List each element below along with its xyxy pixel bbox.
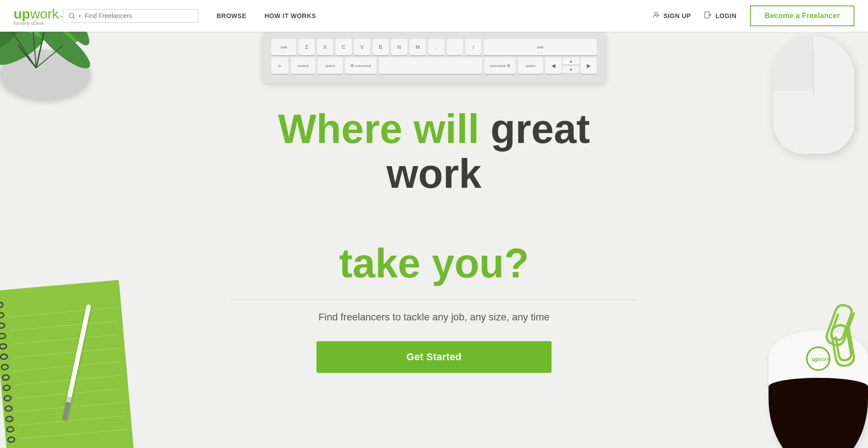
hero-title-green2: take you? [339, 241, 529, 286]
signup-icon [652, 11, 660, 20]
hero-title: Where will great work take you? [231, 107, 637, 286]
login-icon [704, 11, 712, 20]
logo-up: up [14, 6, 30, 22]
logo-formerly: formerly oDesk [14, 21, 44, 26]
search-dropdown-icon[interactable]: ▾ [79, 14, 81, 19]
notepad-decoration [0, 253, 158, 448]
signup-label: SIGN UP [663, 12, 691, 19]
signup-button[interactable]: SIGN UP [652, 11, 691, 20]
search-input[interactable] [85, 12, 193, 19]
hero-divider [231, 300, 637, 300]
hero-content: Where will great work take you? Find fre… [231, 107, 637, 373]
navbar: upwork™ formerly oDesk ▾ BROWSE HOW IT W… [0, 0, 868, 32]
logo[interactable]: upwork™ formerly oDesk [14, 6, 63, 26]
search-icon [69, 13, 75, 19]
nav-browse[interactable]: BROWSE [217, 12, 246, 19]
nav-links: BROWSE HOW IT WORKS [217, 12, 652, 19]
search-box[interactable]: ▾ [63, 9, 198, 23]
mouse-decoration [741, 32, 868, 149]
coffee-cup-decoration: up work [737, 272, 868, 448]
logo-work: work [30, 6, 59, 22]
hero-title-green1: Where will [278, 106, 479, 152]
nav-right: SIGN UP LOGIN Become a Freelancer [652, 5, 854, 26]
svg-line-1 [73, 17, 75, 19]
keyboard-decoration: shift Z X C V B N M , / shift fn control [262, 32, 606, 83]
svg-point-2 [655, 12, 657, 15]
hero-subtitle: Find freelancers to tackle any job, any … [231, 311, 637, 323]
become-freelancer-button[interactable]: Become a Freelancer [750, 5, 854, 26]
login-button[interactable]: LOGIN [704, 11, 736, 20]
nav-how-it-works[interactable]: HOW IT WORKS [264, 12, 316, 19]
hero-section: shift Z X C V B N M , / shift fn control [0, 0, 868, 448]
logo-tm: ™ [59, 15, 63, 19]
login-label: LOGIN [715, 12, 736, 19]
get-started-button[interactable]: Get Started [316, 341, 552, 373]
